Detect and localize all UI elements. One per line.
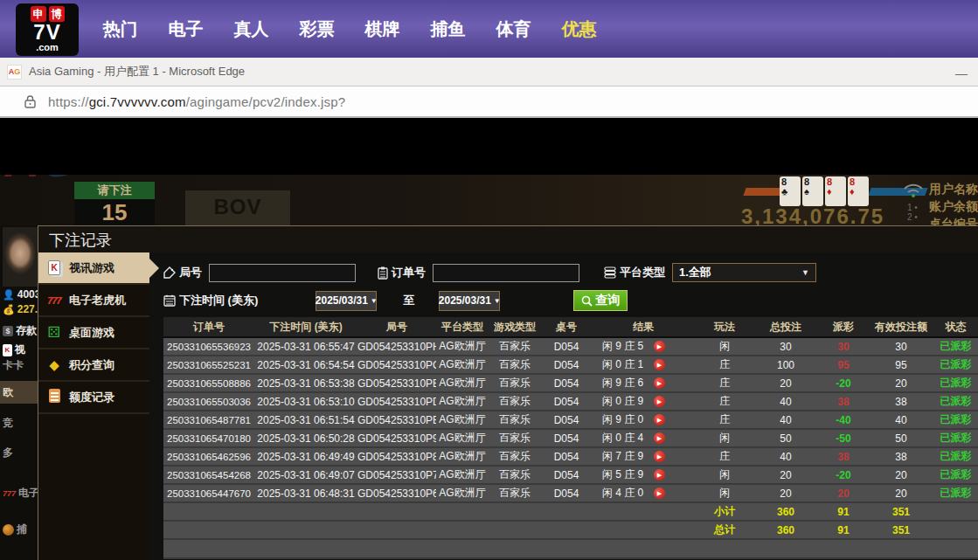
platform-cell: AG欧洲厅 [436,374,489,392]
casino-background: AG 请下注 15 BOV 8♣ 8♠ 8♦ 8♦ 3,134,076.75 1… [0,175,978,225]
status-cell: 已派彩 [933,392,978,411]
replay-video-icon[interactable]: ▶ [654,377,665,389]
order-number-cell: 250331065525231 [163,356,254,374]
nav-item-promo[interactable]: 优惠 [546,17,612,41]
status-cell: 已派彩 [933,466,978,484]
nav-item-lottery[interactable]: 彩票 [284,17,350,41]
menu-kaka[interactable]: 卡卡 [0,358,38,373]
date-from-picker[interactable]: 2025/03/31 ▼ [316,291,377,311]
column-header: 下注时间 (美东) [254,317,357,337]
lock-icon[interactable] [24,95,36,108]
menu-fishing[interactable]: 捕 [0,522,38,537]
window-title: Asia Gaming - 用户配置 1 - Microsoft Edge [29,64,245,80]
table-number-cell: D054 [541,374,592,392]
round-number-cell: GD054253310PH [357,337,436,356]
payout-cell: -20 [817,374,870,392]
total-bet-cell: 100 [754,356,817,374]
date-to-picker[interactable]: 2025/03/31 ▼ [439,291,500,311]
result-cell: 闲 0 庄 1▶ [592,356,695,374]
nav-item-live[interactable]: 真人 [218,17,284,41]
menu-europe[interactable]: 欧 [0,381,38,404]
play-type-cell: 庄 [695,374,754,392]
result-text: 闲 0 庄 4 [592,431,654,446]
game-type-cell: 百家乐 [489,429,541,447]
username-label: 用户名称 [929,180,978,197]
round-number-input[interactable] [209,264,356,282]
search-button[interactable]: 查询 [573,290,628,311]
nav-item-hot[interactable]: 热门 [87,17,153,41]
result-text: 闲 9 庄 6 [592,376,654,391]
valid-bet-cell: 30 [870,337,933,356]
column-header: 平台类型 [436,317,489,337]
dealt-cards: 8♣ 8♠ 8♦ 8♦ [780,176,869,206]
edge-urlbar[interactable]: https://gci.7vvvvvv.com/agingame/pcv2/in… [0,86,978,118]
result-cell: 闲 9 庄 5▶ [592,337,695,356]
table-row: 2503310655369232025-03-31 06:55:47GD0542… [163,337,978,356]
dice-icon: ⚄ [45,325,63,340]
nav-item-sports[interactable]: 体育 [481,17,546,41]
deposit-button[interactable]: $存款 [0,323,38,338]
menu-live-games[interactable]: K视 [0,342,38,357]
menu-duo[interactable]: 多 [0,446,38,460]
column-header: 派彩 [817,317,870,337]
play-type-cell: 庄 [695,392,754,411]
nav-item-fishing[interactable]: 捕鱼 [415,17,481,41]
nav-item-slots[interactable]: 电子 [153,17,218,41]
bet-time-cell: 2025-03-31 06:48:31 [254,484,357,502]
chevron-down-icon: ▼ [494,297,501,305]
black-band [0,118,978,175]
table-row: 2503310655252312025-03-31 06:54:54GD0542… [163,356,978,374]
table-row: 2503310654877812025-03-31 06:51:54GD0542… [163,411,978,429]
minimize-button[interactable]: — [955,66,968,80]
sidebar-item-live-games[interactable]: K 视讯游戏 [38,252,149,285]
bet-time-cell: 2025-03-31 06:49:07 [254,466,357,484]
sidebar-item-credit-records[interactable]: 额度记录 [38,382,149,414]
avatar[interactable] [3,227,38,287]
replay-video-icon[interactable]: ▶ [654,341,665,352]
table-row: 2503310654625962025-03-31 06:49:49GD0542… [163,447,978,466]
replay-video-icon[interactable]: ▶ [654,359,665,370]
replay-video-icon[interactable]: ▶ [654,451,665,462]
balance-label: 账户余额 [929,197,978,215]
balance-amount: 💰227. [0,303,38,315]
table-row: 2503310654542682025-03-31 06:49:07GD0542… [163,466,978,484]
replay-video-icon[interactable]: ▶ [654,414,665,425]
payout-cell: -50 [817,429,870,447]
replay-video-icon[interactable]: ▶ [654,469,665,480]
replay-video-icon[interactable]: ▶ [654,432,665,444]
total-row-valid: 351 [870,521,933,539]
table-row: 2503310654701802025-03-31 06:50:28GD0542… [163,429,978,447]
bet-records-modal: 下注记录 K 视讯游戏 777 电子老虎机 ⚄ 桌面游戏 ◆ 积分查询 [38,225,978,560]
url-text[interactable]: https://gci.7vvvvvv.com/agingame/pcv2/in… [48,94,345,109]
menu-jing[interactable]: 竞 [0,416,38,431]
platform-cell: AG欧洲厅 [436,429,489,447]
nav-item-board[interactable]: 棋牌 [350,17,415,41]
sidebar-item-table-games[interactable]: ⚄ 桌面游戏 [38,317,149,349]
card: 8♠ [802,176,823,206]
valid-bet-cell: 38 [870,392,933,411]
site-logo[interactable]: 申 博 7V .com [16,3,79,56]
account-info-labels: 用户名称 账户余额 桌台编号 [929,180,978,225]
menu-slots[interactable]: 777电子 [0,486,38,501]
valid-bet-cell: 40 [870,411,933,429]
left-page-strip: 👤4003 💰227. $存款 K视 卡卡 欧 竞 多 777电子 捕 [0,225,38,560]
user-icon: 👤 [3,289,15,301]
sidebar-item-points[interactable]: ◆ 积分查询 [38,349,149,382]
play-type-cell: 闲 [695,466,754,484]
order-number-input[interactable] [433,264,579,282]
to-label: 至 [403,293,414,308]
subtotal-row-payout: 91 [817,502,870,521]
platform-type-select[interactable]: 1.全部 ▼ [672,263,816,282]
result-text: 闲 0 庄 9 [592,394,654,409]
replay-video-icon[interactable]: ▶ [654,487,665,499]
game-type-cell: 百家乐 [489,374,541,392]
platform-cell: AG欧洲厅 [436,392,489,411]
status-cell: 已派彩 [933,484,978,502]
url-path: /agingame/pcv2/index.jsp? [186,94,346,109]
cell [933,521,978,539]
payout-cell: -20 [817,466,870,484]
replay-video-icon[interactable]: ▶ [654,396,665,407]
round-number-cell: GD054253310P9 [357,429,436,447]
sidebar-item-slots[interactable]: 777 电子老虎机 [38,285,149,317]
platform-cell: AG欧洲厅 [436,356,489,374]
